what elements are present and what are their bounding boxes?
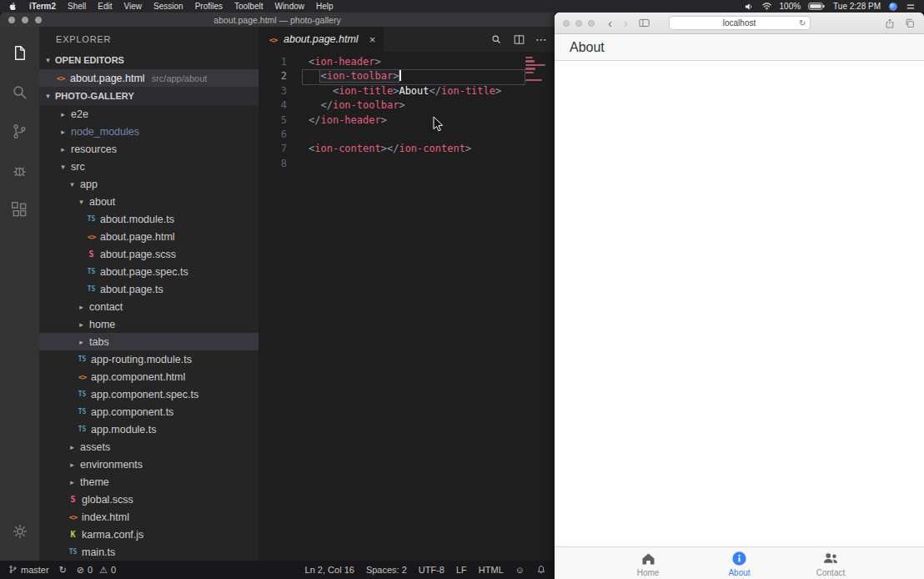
- wifi-icon[interactable]: [761, 1, 772, 12]
- sidebar-toggle-icon[interactable]: [638, 17, 650, 29]
- tree-folder-home[interactable]: ▸home: [39, 315, 259, 333]
- menu-session[interactable]: Session: [153, 2, 183, 11]
- indentation-setting[interactable]: Spaces: 2: [366, 565, 407, 575]
- tree-file-app-component-html[interactable]: <>app.component.html: [39, 368, 259, 385]
- tree-folder-app[interactable]: ▾app: [39, 175, 259, 193]
- tab-label: About: [728, 568, 750, 577]
- tree-file-about-page-html[interactable]: <>about.page.html: [39, 228, 259, 245]
- tree-file-index-html[interactable]: <>index.html: [39, 508, 259, 526]
- volume-icon[interactable]: [744, 2, 754, 12]
- tree-item-label: home: [89, 319, 115, 330]
- menu-edit[interactable]: Edit: [98, 2, 112, 11]
- battery-icon[interactable]: [808, 2, 826, 11]
- ts-file-icon: TS: [85, 268, 98, 275]
- feedback-smiley-icon[interactable]: ☺: [515, 565, 525, 575]
- reload-icon[interactable]: ↻: [799, 18, 806, 28]
- tree-folder-about[interactable]: ▾about: [39, 193, 259, 210]
- settings-gear-icon[interactable]: [0, 513, 39, 552]
- tree-file-global-scss[interactable]: Sglobal.scss: [39, 491, 259, 508]
- zoom-window-button[interactable]: [35, 17, 42, 23]
- tab-home[interactable]: Home: [625, 547, 670, 579]
- activity-source-control-icon[interactable]: [0, 112, 39, 151]
- tree-item-label: about.page.html: [100, 231, 175, 243]
- tree-file-about-page-ts[interactable]: TSabout.page.ts: [39, 280, 259, 298]
- menu-view[interactable]: View: [124, 2, 143, 11]
- tree-item-label: app.component.html: [91, 371, 185, 383]
- close-tab-icon[interactable]: ×: [369, 33, 376, 46]
- tree-folder-e2e[interactable]: ▸e2e: [39, 105, 259, 123]
- back-button[interactable]: ‹: [606, 17, 614, 29]
- forward-button[interactable]: ›: [622, 17, 630, 29]
- tree-file-app-module-ts[interactable]: TSapp.module.ts: [39, 420, 259, 438]
- menu-shell[interactable]: Shell: [68, 2, 86, 11]
- menubar-clock[interactable]: Tue 2:28 PM: [833, 2, 881, 11]
- line-number: 1: [259, 55, 297, 69]
- tab-overview-icon[interactable]: [904, 18, 916, 29]
- tree-file-app-routing-module-ts[interactable]: TSapp-routing.module.ts: [39, 350, 259, 368]
- share-icon[interactable]: [884, 18, 896, 29]
- tree-file-app-component-spec-ts[interactable]: TSapp.component.spec.ts: [39, 385, 259, 403]
- notifications-bell-icon[interactable]: [536, 565, 546, 575]
- open-editor-item[interactable]: <> about.page.html src/app/about: [39, 69, 259, 87]
- minimize-window-button[interactable]: [575, 20, 582, 27]
- chevron-right-icon: ▸: [58, 128, 68, 136]
- siri-icon[interactable]: [888, 2, 898, 12]
- tree-item-label: global.scss: [82, 494, 133, 506]
- menu-window[interactable]: Window: [274, 2, 304, 11]
- tree-item-label: karma.conf.js: [82, 529, 143, 541]
- split-editor-icon[interactable]: [513, 33, 525, 46]
- tree-folder-assets[interactable]: ▸assets: [39, 438, 259, 456]
- encoding-setting[interactable]: UTF-8: [419, 565, 444, 575]
- language-mode[interactable]: HTML: [479, 565, 504, 575]
- open-editors-header[interactable]: ▾ OPEN EDITORS: [39, 51, 259, 69]
- activity-explorer-icon[interactable]: [0, 33, 39, 73]
- address-bar[interactable]: localhost ↻: [669, 16, 811, 30]
- close-window-button[interactable]: [8, 17, 15, 23]
- problems-indicator[interactable]: ⊘ 0 ⚠ 0: [77, 565, 116, 576]
- tree-folder-node-modules[interactable]: ▸node_modules: [39, 123, 259, 140]
- tab-contact[interactable]: Contact: [808, 547, 853, 579]
- eol-setting[interactable]: LF: [456, 565, 467, 575]
- tree-folder-environments[interactable]: ▸environments: [39, 456, 259, 473]
- notification-center-icon[interactable]: [906, 2, 916, 12]
- zoom-window-button[interactable]: [588, 20, 595, 27]
- tree-file-app-component-ts[interactable]: TSapp.component.ts: [39, 403, 259, 420]
- activity-debug-icon[interactable]: [0, 151, 39, 190]
- tree-folder-tabs[interactable]: ▸tabs: [39, 333, 259, 350]
- menu-iterm2[interactable]: iTerm2: [29, 2, 56, 11]
- more-actions-icon[interactable]: ⋯: [535, 33, 548, 46]
- tree-folder-contact[interactable]: ▸contact: [39, 298, 259, 315]
- activity-extensions-icon[interactable]: [0, 190, 39, 229]
- activity-search-icon[interactable]: [0, 73, 39, 112]
- tree-item-label: about.page.ts: [100, 284, 163, 295]
- error-count: 0: [88, 565, 93, 575]
- menu-toolbelt[interactable]: Toolbelt: [234, 2, 263, 11]
- tree-file-about-page-scss[interactable]: Sabout.page.scss: [39, 245, 259, 263]
- sync-button[interactable]: ↻: [59, 565, 67, 576]
- tree-folder-theme[interactable]: ▸theme: [39, 473, 259, 491]
- minimize-window-button[interactable]: [22, 17, 28, 23]
- menu-profiles[interactable]: Profiles: [195, 2, 223, 11]
- minimap[interactable]: [525, 57, 549, 87]
- close-window-button[interactable]: [563, 20, 570, 27]
- tree-file-main-ts[interactable]: TSmain.ts: [39, 543, 259, 561]
- git-branch-indicator[interactable]: master: [8, 565, 49, 576]
- project-root-header[interactable]: ▾ PHOTO-GALLERY: [39, 87, 259, 105]
- tree-folder-src[interactable]: ▾src: [39, 158, 259, 175]
- tree-folder-resources[interactable]: ▸resources: [39, 140, 259, 158]
- cursor-position[interactable]: Ln 2, Col 16: [305, 565, 354, 575]
- tab-about-page-html[interactable]: <> about.page.html ×: [259, 27, 384, 52]
- apple-menu-icon[interactable]: [8, 2, 18, 11]
- search-editor-icon[interactable]: [490, 33, 503, 46]
- tree-file-karma-conf-js[interactable]: Kkarma.conf.js: [39, 526, 259, 543]
- open-editor-path: src/app/about: [152, 73, 208, 83]
- menu-help[interactable]: Help: [316, 2, 334, 11]
- tab-about[interactable]: About: [717, 547, 762, 579]
- tree-file-about-page-spec-ts[interactable]: TSabout.page.spec.ts: [39, 263, 259, 280]
- warning-icon: ⚠: [99, 565, 108, 576]
- tree-item-label: app: [80, 179, 98, 190]
- tree-file-about-module-ts[interactable]: TSabout.module.ts: [39, 210, 259, 228]
- code-editor[interactable]: 12345678 <ion-header> <ion-toolbar> <ion…: [259, 52, 555, 561]
- vscode-title-bar[interactable]: about.page.html — photo-gallery: [0, 13, 555, 27]
- open-editors-label: OPEN EDITORS: [55, 55, 124, 65]
